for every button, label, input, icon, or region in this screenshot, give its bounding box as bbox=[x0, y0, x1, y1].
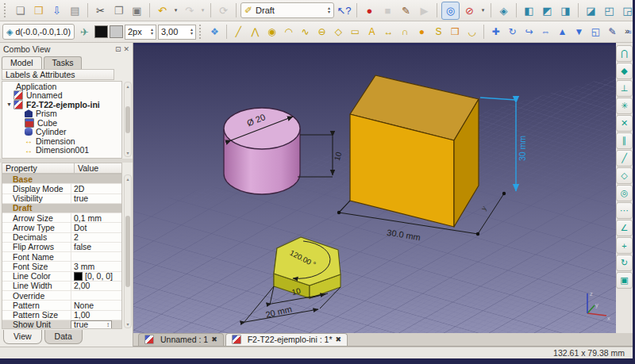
tree-item[interactable]: Prism bbox=[2, 109, 121, 119]
workbench-selector[interactable]: ✐ Draft ▴▾ bbox=[241, 2, 334, 18]
close-tab-icon[interactable]: ✖ bbox=[335, 335, 341, 343]
draft-downgrade-button[interactable]: ▼ bbox=[572, 24, 587, 40]
property-value[interactable]: true bbox=[74, 193, 88, 203]
new-file-button[interactable]: ❏ bbox=[12, 2, 29, 19]
macro-play-button[interactable]: ▶ bbox=[416, 2, 433, 19]
cube-object[interactable] bbox=[350, 75, 479, 227]
tab-model[interactable]: Model bbox=[2, 56, 42, 69]
tree-item[interactable]: Cylinder bbox=[2, 128, 121, 137]
draft-trimex-button[interactable]: ⇔ bbox=[538, 24, 553, 40]
draft-bezier-button[interactable]: ◡ bbox=[464, 24, 479, 40]
tab-data[interactable]: Data bbox=[44, 330, 83, 344]
axonometric-view-button[interactable]: ◈ bbox=[495, 2, 512, 19]
document-tab-ejemplo[interactable]: F2-T22-ejemplo-ini : 1* ✖ bbox=[225, 333, 348, 346]
snap-intersection-icon[interactable]: ✳ bbox=[616, 98, 633, 114]
draft-upgrade-button[interactable]: ▲ bbox=[555, 24, 570, 40]
property-row[interactable]: Visibility true bbox=[2, 194, 121, 204]
workbench-spinner-icon[interactable]: ▴▾ bbox=[328, 6, 330, 14]
autogroup-button[interactable]: ❖ bbox=[207, 24, 222, 40]
copy-button[interactable]: ❐ bbox=[110, 2, 127, 19]
property-value[interactable]: false bbox=[74, 242, 91, 251]
save-button[interactable]: ⇩ bbox=[48, 2, 65, 19]
whats-this-button[interactable]: ↖? bbox=[336, 2, 352, 19]
snap-dimensions-icon[interactable]: ⋯ bbox=[616, 202, 633, 219]
draft-circle-button[interactable]: ◉ bbox=[264, 24, 279, 40]
tree-item[interactable]: Application bbox=[2, 82, 121, 91]
draft-polygon-button[interactable]: ◇ bbox=[331, 24, 346, 40]
snap-parallel-icon[interactable]: ∥ bbox=[616, 132, 633, 149]
draft-shapestring-button[interactable]: S bbox=[431, 24, 446, 40]
tree-item[interactable]: Unnamed bbox=[2, 91, 121, 101]
draft-arc-button[interactable]: ◠ bbox=[281, 24, 296, 40]
fit-all-button[interactable]: ◎ bbox=[441, 2, 460, 20]
undo-dropdown[interactable]: ▾ bbox=[172, 7, 179, 13]
snap-working-plane-icon[interactable]: ↻ bbox=[616, 255, 633, 271]
property-row[interactable]: Font Size 3 mm bbox=[2, 262, 121, 271]
property-row[interactable]: Pattern Size 1,00 bbox=[2, 311, 121, 320]
tree-item[interactable]: ▼ F2-T22-ejemplo-ini bbox=[2, 100, 121, 109]
draft-offset-button[interactable]: ↪ bbox=[521, 24, 537, 40]
redo-button[interactable]: ↷ bbox=[181, 2, 198, 19]
left-view-button[interactable]: ◲ bbox=[619, 2, 633, 19]
cut-button[interactable]: ✂ bbox=[92, 2, 109, 19]
snap-lock-icon[interactable]: ⋂ bbox=[616, 45, 633, 62]
redo-dropdown[interactable]: ▾ bbox=[199, 7, 206, 13]
property-value[interactable]: Dot bbox=[74, 223, 87, 232]
draw-style-button[interactable]: ⊘ bbox=[461, 2, 478, 19]
property-row[interactable]: Decimals 2 bbox=[2, 233, 121, 243]
draft-move-button[interactable]: ✚ bbox=[488, 24, 503, 40]
property-row[interactable]: Line Width 2,00 bbox=[2, 282, 121, 291]
snap-midpoint-icon[interactable]: ✕ bbox=[616, 115, 633, 132]
property-value[interactable]: None bbox=[74, 301, 94, 310]
snap-center-icon[interactable]: ◎ bbox=[616, 185, 633, 201]
draft-rectangle-button[interactable]: ▭ bbox=[348, 24, 363, 40]
right-view-button[interactable]: ◨ bbox=[557, 2, 574, 19]
bottom-view-button[interactable]: ◰ bbox=[601, 2, 618, 19]
macro-stop-button[interactable]: ■ bbox=[379, 2, 396, 19]
draft-scale-button[interactable]: ◱ bbox=[588, 24, 603, 40]
snap-grid-icon[interactable]: ▣ bbox=[616, 272, 633, 289]
property-value[interactable]: [0, 0, 0] bbox=[85, 271, 113, 281]
property-row[interactable]: Arrow Type Dot bbox=[2, 223, 121, 232]
property-row[interactable]: Line Color [0, 0, 0] bbox=[2, 272, 121, 282]
property-value[interactable]: 2,00 bbox=[74, 281, 90, 290]
property-row[interactable]: Base bbox=[2, 174, 121, 184]
rear-view-button[interactable]: ◪ bbox=[583, 2, 599, 19]
snap-ortho-icon[interactable]: + bbox=[616, 237, 633, 254]
macro-edit-button[interactable]: ✎ bbox=[398, 2, 414, 19]
draft-rotate-button[interactable]: ↻ bbox=[505, 24, 520, 40]
draft-bspline-button[interactable]: ∿ bbox=[298, 24, 313, 40]
tree-item[interactable]: ↔ Dimension001 bbox=[2, 146, 121, 155]
snap-perpendicular-icon[interactable]: ⊥ bbox=[616, 80, 633, 97]
expand-arrow-icon[interactable]: ▼ bbox=[6, 102, 13, 107]
draft-dimension-button[interactable]: ↔ bbox=[381, 24, 396, 40]
property-row[interactable]: Draft bbox=[2, 204, 121, 213]
line-color-swatch[interactable] bbox=[94, 25, 108, 38]
value-spinner-icon[interactable]: ↕ bbox=[106, 321, 111, 328]
front-view-button[interactable]: ◧ bbox=[521, 2, 537, 19]
property-value[interactable]: true bbox=[74, 320, 88, 329]
tree-column-header[interactable]: Labels & Attributes bbox=[2, 69, 114, 80]
draft-arc3points-button[interactable]: ∩ bbox=[398, 24, 413, 40]
fly-mode-icon[interactable]: ✈ bbox=[76, 24, 93, 40]
close-panel-icon[interactable]: ✕ bbox=[123, 45, 129, 53]
close-tab-icon[interactable]: ✖ bbox=[211, 335, 217, 343]
draft-wire-button[interactable]: ⋀ bbox=[248, 24, 263, 40]
property-row[interactable]: Show Unit true ↕ bbox=[2, 320, 121, 329]
3d-viewport[interactable]: Ø 20 10 30.0 mm y 30 mm 120.00 ° 10 20 m… bbox=[133, 43, 616, 333]
draw-style-dropdown[interactable]: ▾ bbox=[479, 7, 487, 13]
top-view-button[interactable]: ◩ bbox=[539, 2, 556, 19]
property-value[interactable]: 0,1 mm bbox=[74, 213, 102, 223]
macro-record-button[interactable]: ● bbox=[361, 2, 378, 19]
paste-button[interactable]: ▣ bbox=[129, 2, 145, 19]
draft-line-button[interactable]: ╱ bbox=[231, 24, 246, 40]
tab-tasks[interactable]: Tasks bbox=[44, 56, 83, 69]
font-size-spinbox[interactable]: 3,00 ▴▾ bbox=[158, 25, 196, 40]
property-row[interactable]: Pattern None bbox=[2, 301, 121, 310]
property-row[interactable]: Flip Arrows false bbox=[2, 243, 121, 252]
property-value[interactable]: 2D bbox=[74, 184, 84, 193]
snap-special-icon[interactable]: ◇ bbox=[616, 167, 633, 184]
tree-item[interactable]: ↔ Dimension bbox=[2, 136, 121, 146]
line-width-spinbox[interactable]: 2px ▴▾ bbox=[125, 25, 156, 40]
property-row[interactable]: Font Name bbox=[2, 252, 121, 262]
